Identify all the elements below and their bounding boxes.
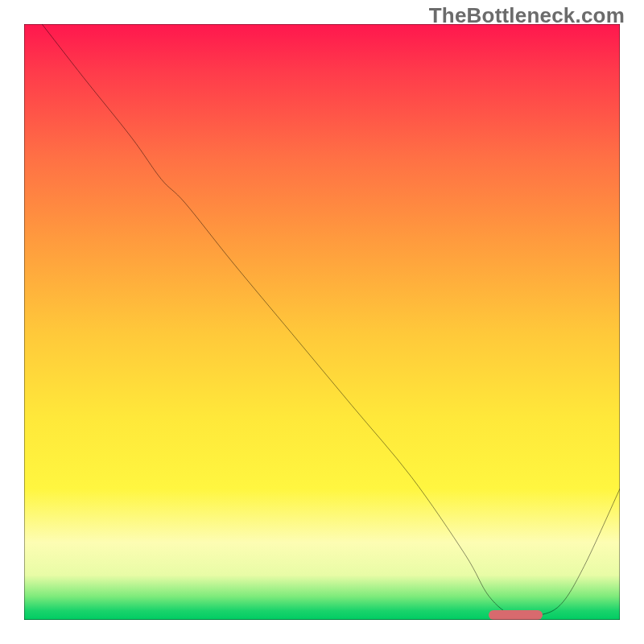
curve-svg <box>24 24 620 620</box>
optimal-range-marker <box>489 610 543 620</box>
bottleneck-curve-path <box>42 24 620 617</box>
chart-frame: TheBottleneck.com <box>0 0 644 644</box>
plot-area <box>24 24 620 620</box>
